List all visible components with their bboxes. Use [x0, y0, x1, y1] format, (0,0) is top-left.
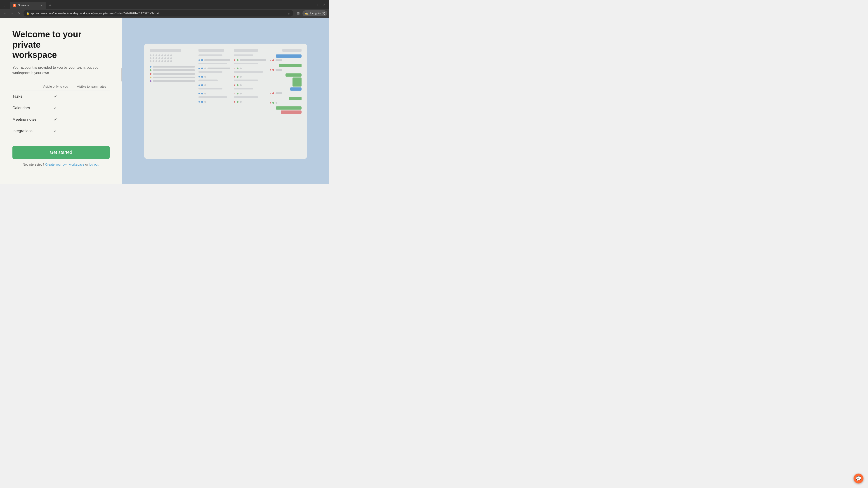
- tab-list-button[interactable]: ⌄: [2, 2, 8, 8]
- address-bar-row: ← → ↻ 🔒 app.sunsama.com/onboarding/moodj…: [0, 9, 329, 18]
- dot: [234, 85, 235, 86]
- dot: [167, 60, 169, 62]
- preview-header-4: [282, 49, 302, 52]
- dot: [164, 55, 166, 56]
- task-row: [150, 80, 195, 82]
- minimize-button[interactable]: —: [307, 1, 313, 8]
- task-line: [204, 59, 230, 61]
- dot-green: [237, 76, 239, 78]
- restore-button[interactable]: ◻: [314, 1, 320, 8]
- sub-line: [198, 71, 222, 73]
- lock-icon: 🔒: [26, 12, 29, 15]
- visibility-table: Visible only to you Visible to teammates…: [12, 85, 110, 137]
- tab-title: Sunsama: [18, 4, 38, 7]
- dots-grid-1: [150, 55, 195, 62]
- logout-link[interactable]: log out: [89, 163, 98, 166]
- dot-green: [237, 68, 239, 69]
- task-row: [198, 101, 230, 103]
- dot: [204, 68, 206, 69]
- incognito-label: Incognito (2): [310, 12, 325, 15]
- dot: [156, 55, 157, 56]
- bookmark-icon[interactable]: ☆: [288, 11, 291, 15]
- dot: [164, 60, 166, 62]
- browser-chrome: ⌄ S Sunsama ✕ + — ◻ ✕ ← → ↻ 🔒 app.sunsam…: [0, 0, 329, 18]
- preview-col-4: [270, 49, 302, 153]
- bar-pink: [281, 110, 302, 113]
- back-button[interactable]: ←: [2, 10, 8, 17]
- dot: [161, 57, 163, 59]
- dot: [158, 57, 160, 59]
- active-tab[interactable]: S Sunsama ✕: [10, 2, 46, 9]
- row-integrations-check1: ✓: [37, 129, 73, 133]
- dot: [234, 76, 235, 77]
- reload-button[interactable]: ↻: [16, 10, 22, 17]
- create-workspace-link[interactable]: Create your own workspace: [45, 163, 85, 166]
- dot: [161, 60, 163, 62]
- task-row: [234, 68, 266, 69]
- task-row: [234, 93, 266, 94]
- sub-line: [234, 71, 263, 73]
- bar-bottom-group: [270, 106, 302, 113]
- dot: [270, 69, 271, 70]
- dot: [276, 102, 277, 104]
- address-bar[interactable]: 🔒 app.sunsama.com/onboarding/moodjoy_wor…: [24, 10, 293, 17]
- scrollbar-track[interactable]: [120, 18, 122, 184]
- task-row: [150, 66, 195, 68]
- col-header-visible-only: Visible only to you: [37, 85, 73, 88]
- task-row: [198, 76, 230, 78]
- dot: [150, 55, 151, 56]
- bar-row: [270, 64, 302, 67]
- new-tab-button[interactable]: +: [47, 2, 53, 8]
- sub-line: [234, 96, 258, 98]
- nav-controls: ← → ↻: [2, 10, 22, 17]
- dot-blue: [201, 68, 203, 69]
- row-tasks-check1: ✓: [37, 94, 73, 99]
- forward-button[interactable]: →: [8, 10, 15, 17]
- dot-green: [237, 59, 239, 61]
- tab-close-button[interactable]: ✕: [40, 4, 43, 7]
- row-meeting-notes-check1: ✓: [37, 117, 73, 122]
- tab-bar: ⌄ S Sunsama ✕ + — ◻ ✕: [0, 0, 329, 9]
- preview-col-1: [150, 49, 195, 153]
- dot: [156, 57, 157, 59]
- preview-header-3: [234, 49, 258, 52]
- dot: [234, 93, 235, 94]
- task-row: [270, 102, 302, 104]
- incognito-button[interactable]: 🕵 Incognito (2): [303, 10, 327, 16]
- bar-stack: [270, 73, 302, 91]
- dot: [240, 68, 242, 69]
- task-line: [276, 92, 282, 94]
- bar-green-small: [289, 97, 302, 100]
- dot-purple: [150, 80, 151, 82]
- row-integrations: Integrations ✓: [12, 125, 110, 137]
- incognito-icon: 🕵: [305, 11, 309, 15]
- dot: [234, 68, 235, 69]
- task-row: [198, 59, 230, 61]
- bar-blue: [276, 55, 302, 58]
- task-line: [153, 76, 195, 78]
- dot: [198, 68, 200, 69]
- task-row: [150, 73, 195, 75]
- get-started-button[interactable]: Get started: [12, 146, 110, 159]
- dot-blue: [201, 84, 203, 86]
- dot: [270, 93, 271, 94]
- dot-blue: [201, 76, 203, 78]
- task-line: [153, 69, 195, 71]
- dot-red: [272, 69, 274, 71]
- row-meeting-notes: Meeting notes ✓: [12, 113, 110, 125]
- extensions-button[interactable]: ⊡: [295, 10, 302, 17]
- dot: [198, 59, 200, 61]
- preview-col-3: [234, 49, 266, 153]
- bar-row-bottom: [270, 97, 302, 100]
- dot: [240, 84, 242, 86]
- bar-green: [279, 64, 302, 67]
- scrollbar-thumb[interactable]: [121, 68, 122, 82]
- dot: [234, 101, 235, 103]
- url-text: app.sunsama.com/onboarding/moodjoy_works…: [31, 12, 286, 15]
- close-button[interactable]: ✕: [321, 1, 327, 8]
- task-row: [234, 76, 266, 78]
- task-row: [270, 92, 302, 94]
- dot-yellow: [150, 76, 151, 78]
- visibility-header: Visible only to you Visible to teammates: [12, 85, 110, 91]
- task-row: [150, 69, 195, 71]
